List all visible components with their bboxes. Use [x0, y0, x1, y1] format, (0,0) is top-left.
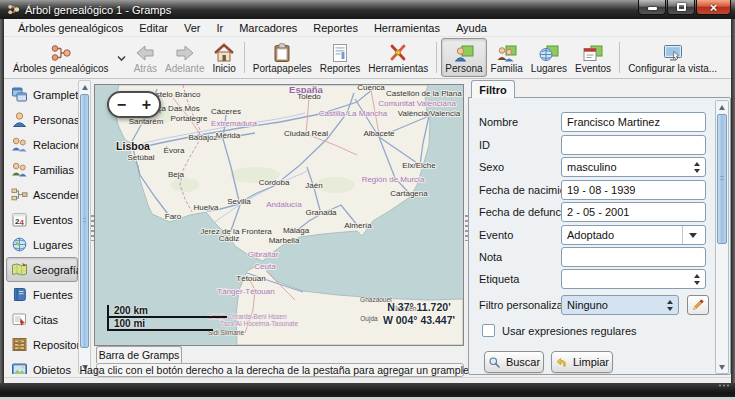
sidebar-item-gramplets[interactable]: Grampletes	[6, 82, 78, 107]
filter-spinner-sexo[interactable]: masculino	[561, 157, 706, 177]
latitude-value: N 37° 11.720'	[383, 301, 455, 314]
toolbar-button-label: Familia	[491, 63, 523, 74]
resize-grip[interactable]	[718, 377, 730, 383]
sidebar-item-objetos[interactable]: Objetos	[6, 357, 78, 374]
toolbar-button-events[interactable]: Eventos	[571, 38, 615, 77]
toolbar-button-family-trees-dropdown[interactable]	[113, 38, 130, 77]
map-label: Setúbal	[127, 153, 154, 162]
toolbar-button-family-trees[interactable]: Árboles genealógicos	[9, 38, 113, 77]
filter-input-id[interactable]	[561, 135, 706, 155]
statusbar	[4, 377, 731, 383]
map-label: Cádiz	[219, 234, 239, 243]
toolbar-button-configure-view[interactable]: Configurar la vista...	[624, 38, 721, 77]
regex-checkbox[interactable]	[482, 324, 495, 337]
filter-spinner-etiqueta[interactable]	[561, 269, 706, 289]
gramplets-icon	[11, 86, 28, 103]
filter-scrollbar-thumb[interactable]	[717, 114, 727, 244]
book-icon	[11, 286, 28, 303]
filter-tab[interactable]: Filtro	[471, 80, 515, 98]
filter-input-fecha-nacimiento[interactable]	[561, 180, 706, 200]
close-icon: ×	[710, 1, 718, 14]
filter-input-nombre[interactable]	[561, 112, 706, 132]
toolbar-button-label: Reportes	[320, 63, 361, 74]
sidebar-item-fuentes[interactable]: Fuentes	[6, 282, 78, 307]
toolbar-button-family[interactable]: Familia	[487, 38, 527, 77]
scale-km-label: 200 km	[109, 305, 227, 318]
sidebar-item-ascendencia[interactable]: Ascendencia	[6, 182, 78, 207]
filter-spinner-filtro-personalizado[interactable]: Ninguno	[561, 295, 679, 315]
sidebar-item-relaciones[interactable]: Relaciones	[6, 132, 78, 157]
zoom-in-button[interactable]: +	[134, 93, 159, 116]
menu-item-7[interactable]: Ayuda	[448, 20, 495, 36]
toolbar-button-reports[interactable]: Reportes	[316, 38, 365, 77]
map-label: Cuenca	[357, 85, 385, 92]
filter-combo-evento[interactable]: Adoptado	[561, 225, 706, 245]
maximize-button[interactable]	[667, 0, 695, 15]
toolbar-button-forward[interactable]: Adelante	[161, 38, 208, 77]
menu-item-5[interactable]: Reportes	[305, 20, 366, 36]
spin-arrows-icon[interactable]	[690, 162, 703, 173]
filter-scrollbar[interactable]	[715, 100, 729, 374]
titlebar[interactable]: Árbol genealógico 1 - Gramps	[0, 0, 735, 19]
menu-item-1[interactable]: Editar	[131, 20, 176, 36]
sidebar-item-lugares[interactable]: Lugares	[6, 232, 78, 257]
gramps-window: Árbol genealógico 1 - Gramps × Árboles g…	[0, 0, 735, 400]
menu-item-4[interactable]: Marcadores	[231, 20, 305, 36]
sidebar-item-eventos[interactable]: 24Eventos	[6, 207, 78, 232]
edit-filter-button[interactable]	[687, 295, 709, 315]
toolbar-button-places[interactable]: Lugares	[527, 38, 571, 77]
toolbar-button-tools[interactable]: Herramientas	[364, 38, 432, 77]
spin-arrows-icon[interactable]	[663, 300, 676, 311]
map-label: Extremadura	[211, 119, 257, 128]
map-label: València/Valencia	[398, 109, 461, 118]
clear-button[interactable]: Limpiar	[551, 351, 613, 373]
chevron-down-icon[interactable]	[682, 226, 703, 244]
toolbar-button-person[interactable]: Persona	[441, 38, 486, 77]
close-button[interactable]: ×	[696, 0, 731, 15]
clipboard-icon	[271, 42, 293, 63]
sidebar-item-repositorios[interactable]: Repositorios	[6, 332, 78, 357]
toolbar-button-label: Lugares	[531, 63, 567, 74]
events-green-icon	[582, 42, 604, 63]
sidebar-scrollbar-thumb[interactable]	[80, 94, 89, 348]
sidebar-item-familias[interactable]: Familias	[6, 157, 78, 182]
sidebar-item-label: Repositorios	[33, 339, 78, 351]
zoom-out-button[interactable]: −	[109, 93, 134, 116]
toolbar-button-back[interactable]: Atrás	[130, 38, 161, 77]
menu-item-3[interactable]: Ir	[208, 20, 231, 36]
scrollbar-grip	[83, 218, 86, 223]
menu-item-6[interactable]: Herramientas	[366, 20, 448, 36]
undo-icon	[555, 356, 568, 369]
repository-icon	[11, 336, 28, 353]
menu-item-0[interactable]: Árboles genealógicos	[10, 20, 131, 36]
filter-label-fecha-nacimiento: Fecha de nacimiento	[479, 180, 565, 200]
minimize-button[interactable]	[638, 0, 666, 15]
spin-arrows-icon[interactable]	[690, 274, 703, 285]
sidebar-item-geografia[interactable]: Geografía	[6, 257, 78, 282]
home-icon	[213, 42, 235, 63]
calendar-icon: 24	[11, 211, 28, 228]
toolbar-button-home[interactable]: Inicio	[208, 38, 239, 77]
grampsbar-tab[interactable]: Barra de Gramps	[96, 346, 182, 363]
scroll-up-arrow-icon[interactable]	[716, 101, 728, 113]
sidebar-item-citas[interactable]: Citas	[6, 307, 78, 332]
filter-label-filtro-personalizado: Filtro personalizado	[479, 295, 565, 315]
geography-map[interactable]: Castelo BrancoCabeça Das MósCáceresSanta…	[94, 84, 464, 346]
search-button[interactable]: Buscar	[484, 351, 544, 373]
sidebar-item-personas[interactable]: Personas	[6, 107, 78, 132]
map-label: Sevilla	[227, 197, 251, 206]
filter-value-filtro-personalizado: Ninguno	[567, 299, 663, 311]
filter-input-nota[interactable]	[561, 247, 706, 267]
filter-input-fecha-defuncion[interactable]	[561, 202, 706, 222]
window-frame-bottom	[0, 383, 735, 397]
toolbar-button-clipboard[interactable]: Portapapeles	[249, 38, 316, 77]
scroll-down-arrow-icon[interactable]	[716, 361, 728, 373]
main-area: GrampletesPersonasRelacionesFamiliasAsce…	[4, 79, 731, 377]
pencil-icon	[691, 298, 705, 312]
scroll-up-arrow-icon[interactable]	[79, 81, 90, 93]
relationships-icon	[11, 136, 28, 153]
map-label: Taza-Al Hoceima-Taounate	[220, 320, 298, 327]
regex-checkbox-label: Usar expresiones regulares	[502, 325, 637, 337]
gramps-app-icon[interactable]	[7, 3, 20, 16]
menu-item-2[interactable]: Ver	[176, 20, 209, 36]
